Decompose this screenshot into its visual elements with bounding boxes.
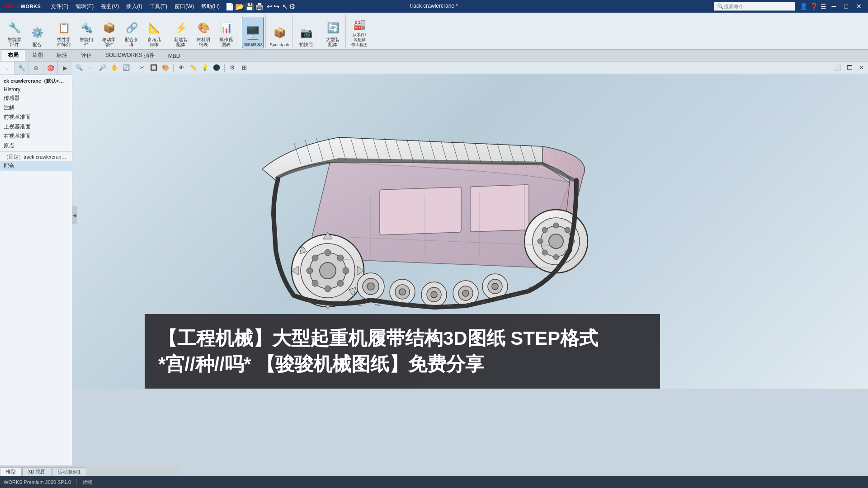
view-settings-icon[interactable]: ⚙ (227, 63, 237, 73)
tree-front-plane[interactable]: 前视基准面 (0, 113, 72, 122)
user-icon[interactable]: 👤 (800, 3, 807, 10)
tree-right-plane[interactable]: 右视基准面 (0, 131, 72, 141)
menu-file[interactable]: 文件(F) (47, 1, 72, 12)
logo-solid: SOLID (5, 4, 21, 9)
tb-smart-fasteners[interactable]: 🔩 智能扣件 (75, 17, 97, 48)
tb-smart-components[interactable]: 🔧 智能零部件 (4, 17, 25, 48)
viewport-max-icon[interactable]: 🗖 (844, 63, 854, 73)
question-icon[interactable]: ❓ (810, 3, 818, 10)
ref-triad-icon[interactable]: 📏 (188, 63, 198, 73)
search-view-icon[interactable]: 🔍 (74, 63, 84, 73)
logo-works: WORKS (21, 4, 41, 9)
settings-icon[interactable]: ⚙ (289, 2, 295, 11)
ambient-occlusion-icon[interactable]: 🌑 (212, 63, 222, 73)
tb-speedpak-label: Speedpak (270, 42, 289, 47)
tree-origin[interactable]: 原点 (0, 141, 72, 150)
3d-viewport[interactable]: 【工程机械】大型起重机履带结构3D图纸 STEP格式 *宫//种//吗* 【骏骏… (72, 74, 868, 389)
sidebar-tab-expand[interactable]: ▶ (58, 61, 72, 75)
tab-layout[interactable]: 布局 (1, 49, 25, 61)
tb-mate-ref[interactable]: 🔗 配合参考 (121, 17, 142, 48)
bottom-tab-motion[interactable]: 运动算例1 (52, 467, 86, 476)
tree-component[interactable]: （固定）track crawlercrane.STEP<1 (0, 153, 72, 161)
tree-top-plane[interactable]: 上视基准面 (0, 122, 72, 131)
hide-show-icon[interactable]: 👁 (176, 63, 186, 73)
display-style-icon[interactable]: 🎨 (160, 63, 170, 73)
pan-icon[interactable]: ✋ (109, 63, 119, 73)
menu-view[interactable]: 视图(V) (97, 1, 123, 12)
tb-bom-label: 材料明细表 (197, 37, 210, 47)
tb-snapshot[interactable]: 📷 拍快照 (295, 17, 317, 48)
tree-mate[interactable]: 配合 (0, 161, 72, 171)
zoom-icon[interactable]: 🔎 (98, 63, 108, 73)
new-assembly-icon: ⚡ (173, 20, 189, 36)
search-input[interactable] (724, 4, 787, 9)
search-area[interactable]: 🔍 (714, 2, 795, 11)
pointer-icon[interactable]: ↖ (282, 2, 288, 11)
tb-explode-view[interactable]: 📊 操作视图表 (215, 17, 237, 48)
menu-insert[interactable]: 插入(I) (123, 1, 146, 12)
tb-bom[interactable]: 🎨 材料明细表 (193, 17, 214, 48)
maximize-button[interactable]: □ (842, 2, 851, 11)
tb-instant3d[interactable]: 🖥️ Instant3D (242, 17, 264, 48)
tab-evaluate[interactable]: 评估 (74, 49, 99, 61)
section-view-icon[interactable]: ✂ (137, 63, 147, 73)
move-component-icon: 📦 (101, 20, 117, 36)
svg-point-34 (307, 267, 313, 274)
menu-edit[interactable]: 编辑(E) (72, 1, 97, 12)
svg-point-36 (312, 255, 318, 261)
viewport-icon[interactable]: ⊞ (239, 63, 249, 73)
tree-history[interactable]: History (0, 85, 72, 94)
viewport-close-icon[interactable]: ✕ (856, 63, 866, 73)
smart-fasteners-icon: 🔩 (78, 20, 94, 36)
sidebar-tab-display[interactable]: 🎯 (43, 61, 58, 75)
tb-mate[interactable]: ⚙️ 配合 (26, 17, 48, 48)
close-button[interactable]: ✕ (854, 2, 864, 11)
status-sep (76, 479, 77, 485)
bottom-tab-3d[interactable]: 3D 视图 (22, 467, 52, 476)
tb-linear-pattern[interactable]: 📋 线性零件阵列 (53, 17, 75, 48)
new-icon[interactable]: 📄 (225, 2, 234, 11)
tb-large-assembly[interactable]: 🔄 大型装配体 (322, 17, 344, 48)
tree-root[interactable]: ck crawlercrane（默认<默认_显示状 (0, 77, 72, 85)
tb-make-drawing[interactable]: 🏭 从零件/装配体作工程图 (349, 17, 370, 48)
tab-mbd[interactable]: MBD (161, 51, 187, 61)
options-icon[interactable]: ☰ (821, 3, 826, 10)
svg-point-57 (565, 227, 570, 233)
tb-move-component[interactable]: 📦 移动零部件 (98, 17, 120, 48)
menu-tools[interactable]: 工具(T) (146, 1, 171, 12)
svg-line-79 (411, 306, 416, 306)
viewport-fit-icon[interactable]: ⬜ (833, 63, 843, 73)
redo-icon[interactable]: ↪ (274, 2, 279, 11)
print-icon[interactable]: 🖨️ (255, 2, 264, 11)
undo-icon[interactable]: ↩ (267, 2, 273, 11)
svg-line-81 (448, 305, 452, 306)
sidebar-tab-properties[interactable]: ⊕ (29, 61, 43, 75)
view-orient-icon[interactable]: ↔ (86, 63, 96, 73)
instant3d-icon: 🖥️ (245, 24, 261, 41)
tb-speedpak[interactable]: 📦 Speedpak (269, 17, 290, 48)
shadows-icon[interactable]: 💡 (200, 63, 210, 73)
rotate-icon[interactable]: 🔄 (121, 63, 131, 73)
tb-new-assembly[interactable]: ⚡ 新建装配体 (170, 17, 192, 48)
tb-ref-geometry[interactable]: 📐 参考几何体 (143, 17, 165, 48)
menu-window[interactable]: 窗口(W) (171, 1, 198, 12)
tree-sensors[interactable]: 传感器 (0, 94, 72, 103)
open-icon[interactable]: 📂 (235, 2, 244, 11)
tab-annotation[interactable]: 标注 (50, 49, 74, 61)
tab-sw-addins[interactable]: SOLIDWORKS 插件 (99, 49, 161, 61)
tb-mate-ref-label: 配合参考 (125, 37, 138, 47)
sidebar-tab-config[interactable]: 🔧 (14, 61, 29, 75)
save-icon[interactable]: 💾 (245, 2, 254, 11)
sidebar-collapse-button[interactable]: ◀ (72, 206, 77, 224)
minimize-button[interactable]: ─ (829, 2, 839, 11)
menu-help[interactable]: 帮助(H) (198, 1, 223, 12)
view-3d-icon[interactable]: 🔲 (149, 63, 159, 73)
tab-sketch[interactable]: 草图 (25, 49, 50, 61)
bottom-tab-model[interactable]: 模型 (0, 467, 22, 476)
svg-point-51 (553, 254, 559, 260)
overlay-line2: *宫//种//吗* 【骏骏机械图纸】免费分享 (158, 352, 598, 377)
svg-point-56 (542, 250, 547, 255)
sidebar-tab-tree[interactable]: ≡ (0, 61, 14, 75)
make-drawing-icon: 🏭 (351, 18, 368, 32)
tree-annotations[interactable]: 注解 (0, 103, 72, 113)
